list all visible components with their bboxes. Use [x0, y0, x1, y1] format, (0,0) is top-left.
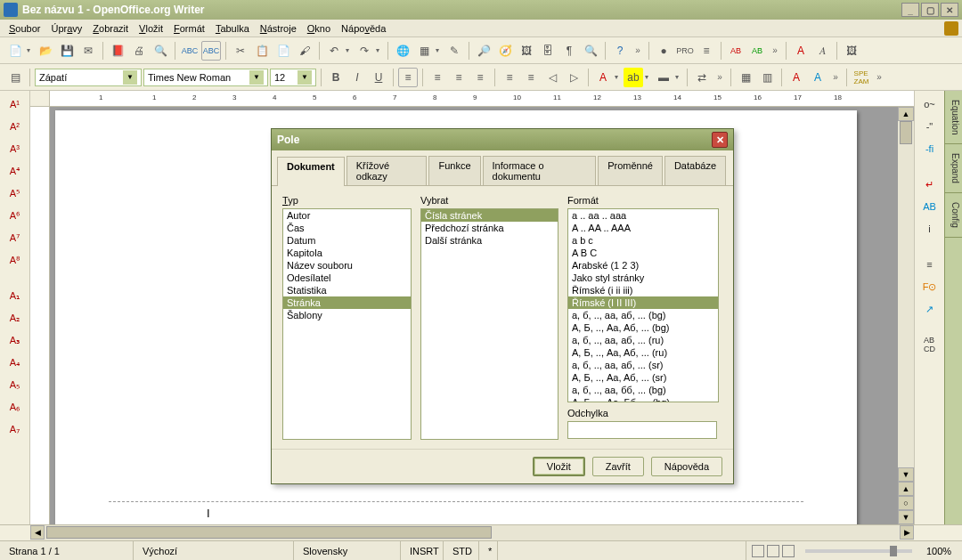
- horizontal-scrollbar[interactable]: ◀ ▶: [0, 524, 962, 540]
- list-item[interactable]: Další stránka: [421, 234, 558, 247]
- toolbar-overflow-1[interactable]: »: [632, 45, 644, 55]
- maximize-button[interactable]: ▢: [921, 3, 939, 17]
- list-item[interactable]: Šablony: [283, 309, 411, 321]
- print-button[interactable]: 🖨: [129, 41, 149, 61]
- close-button[interactable]: Zavřít: [592, 457, 644, 476]
- scroll-up-button[interactable]: ▲: [898, 107, 914, 121]
- styles-window-button[interactable]: ▤: [5, 68, 25, 87]
- vertical-ruler[interactable]: [30, 107, 50, 524]
- style-a8-button[interactable]: A⁸: [5, 250, 25, 270]
- list-item[interactable]: a, б, .., aa, бб, ... (bg): [568, 384, 718, 396]
- list-item[interactable]: a, б, .., aa, aб, ... (ru): [568, 334, 718, 346]
- scroll-left-button[interactable]: ◀: [30, 525, 45, 540]
- toolbar-overflow-2[interactable]: »: [769, 45, 781, 55]
- list-item[interactable]: Arabské (1 2 3): [568, 259, 718, 272]
- cut-button[interactable]: ✂: [231, 41, 250, 61]
- list-item[interactable]: A, Б, .., Aa, Aб, ... (sr): [568, 371, 718, 384]
- font-name-combo[interactable]: Times New Roman ▼: [143, 69, 268, 86]
- format-overflow-1[interactable]: »: [713, 72, 726, 82]
- bullets-button[interactable]: ≡: [521, 68, 541, 87]
- format-listbox[interactable]: a .. aa .. aaaA .. AA .. AAAa b cA B CAr…: [567, 208, 719, 402]
- tab-dokument[interactable]: Dokument: [277, 157, 345, 186]
- tab-databaze[interactable]: Databáze: [664, 156, 726, 185]
- view-book-button[interactable]: [782, 545, 795, 557]
- list-item[interactable]: A, Б, .., Aa, Aб, ... (bg): [568, 321, 718, 334]
- style-b6-button[interactable]: A₆: [5, 397, 25, 417]
- tab-promenne[interactable]: Proměnné: [598, 156, 663, 185]
- rt-btn-10[interactable]: ABCD: [920, 335, 940, 354]
- subscript-color-button[interactable]: A: [808, 68, 827, 87]
- menu-nastroje[interactable]: Nástroje: [255, 21, 302, 36]
- style-a5-button[interactable]: A⁵: [5, 183, 25, 203]
- rt-btn-4[interactable]: ↵: [920, 174, 940, 194]
- style-a1-button[interactable]: A¹: [5, 94, 25, 114]
- dialog-titlebar[interactable]: Pole ✕: [272, 129, 733, 150]
- sidebar-tab-equation[interactable]: Equation: [945, 91, 962, 144]
- align-left-button[interactable]: ≡: [398, 68, 418, 87]
- list-item[interactable]: Stránka: [283, 296, 411, 309]
- menu-format[interactable]: Formát: [168, 21, 210, 36]
- redo-button[interactable]: ↷: [355, 41, 374, 61]
- tab-informace[interactable]: Informace o dokumentu: [483, 156, 597, 185]
- view-single-page-button[interactable]: [752, 545, 764, 557]
- style-a3-button[interactable]: A³: [5, 139, 25, 158]
- menu-okno[interactable]: Okno: [302, 21, 336, 36]
- auto-spellcheck-button[interactable]: ABC: [201, 41, 221, 61]
- list-item[interactable]: Čas: [283, 222, 411, 234]
- format-overflow-2[interactable]: »: [829, 72, 842, 82]
- para-dialog-button[interactable]: ▥: [757, 68, 777, 87]
- style-a4-button[interactable]: A⁴: [5, 161, 25, 181]
- rt-btn-5[interactable]: AB: [920, 197, 940, 216]
- list-item[interactable]: Římské (i ii iii): [568, 284, 718, 296]
- list-item[interactable]: Jako styl stránky: [568, 272, 718, 284]
- find-button[interactable]: 🔎: [474, 41, 493, 61]
- list-item[interactable]: Autor: [283, 209, 411, 222]
- menu-zobrazit[interactable]: Zobrazit: [87, 21, 134, 36]
- ab-red-button[interactable]: AB: [726, 41, 746, 61]
- align-center-button[interactable]: ≡: [428, 68, 447, 87]
- scroll-thumb[interactable]: [900, 121, 912, 144]
- status-insert[interactable]: INSRT: [401, 541, 444, 560]
- pdf-export-button[interactable]: 📕: [108, 41, 127, 61]
- sidebar-tab-config[interactable]: Config: [945, 193, 962, 238]
- style-a7-button[interactable]: A⁷: [5, 228, 25, 248]
- dialog-close-button[interactable]: ✕: [712, 132, 728, 148]
- scroll-down-button[interactable]: ▼: [898, 467, 914, 482]
- increase-indent-button[interactable]: ▷: [564, 68, 583, 87]
- status-page[interactable]: Strana 1 / 1: [0, 541, 134, 560]
- superscript-color-button[interactable]: A: [787, 68, 806, 87]
- menu-napoveda[interactable]: Nápověda: [336, 21, 391, 36]
- paragraph-style-combo[interactable]: Zápatí ▼: [35, 69, 142, 86]
- font-size-combo[interactable]: 12 ▼: [270, 69, 316, 86]
- email-button[interactable]: ✉: [78, 41, 98, 61]
- hyperlink-button[interactable]: 🌐: [393, 41, 412, 61]
- minimize-button[interactable]: _: [901, 3, 919, 17]
- insert-button[interactable]: Vložit: [533, 457, 585, 476]
- horizontal-ruler[interactable]: 1 1 2 3 4 5 6 7 8 9 10 11 12 13 14 15 16…: [30, 91, 914, 107]
- prev-page-button[interactable]: ▲: [898, 482, 914, 496]
- highlight-button[interactable]: ab: [624, 68, 643, 87]
- decrease-indent-button[interactable]: ◁: [542, 68, 562, 87]
- font-color-button[interactable]: A: [593, 68, 613, 87]
- list-item[interactable]: A, Б, .., Aa, Бб, ... (bg): [568, 396, 718, 402]
- image-button[interactable]: 🖼: [842, 41, 861, 61]
- new-doc-button[interactable]: 📄: [5, 41, 25, 61]
- underline-button[interactable]: U: [369, 68, 388, 87]
- style-b5-button[interactable]: A₅: [5, 375, 25, 394]
- style-b7-button[interactable]: A₇: [5, 419, 25, 439]
- draw-button[interactable]: ✎: [444, 41, 464, 61]
- navigator-button[interactable]: 🧭: [495, 41, 515, 61]
- italic-button[interactable]: I: [347, 68, 367, 87]
- list-item[interactable]: Statistika: [283, 284, 411, 296]
- font-color-aa-button[interactable]: A: [791, 41, 811, 61]
- next-page-button[interactable]: ▼: [898, 510, 914, 524]
- paste-button[interactable]: 📄: [273, 41, 293, 61]
- nonprinting-chars-button[interactable]: ¶: [559, 41, 579, 61]
- bold-button[interactable]: B: [326, 68, 346, 87]
- scroll-right-button[interactable]: ▶: [900, 525, 914, 540]
- menu-soubor[interactable]: Soubor: [4, 21, 45, 36]
- status-std[interactable]: STD: [444, 541, 479, 560]
- list-item[interactable]: A .. AA .. AAA: [568, 222, 718, 234]
- rt-btn-8[interactable]: F⊙: [920, 277, 940, 296]
- align-justify-button[interactable]: ≡: [470, 68, 490, 87]
